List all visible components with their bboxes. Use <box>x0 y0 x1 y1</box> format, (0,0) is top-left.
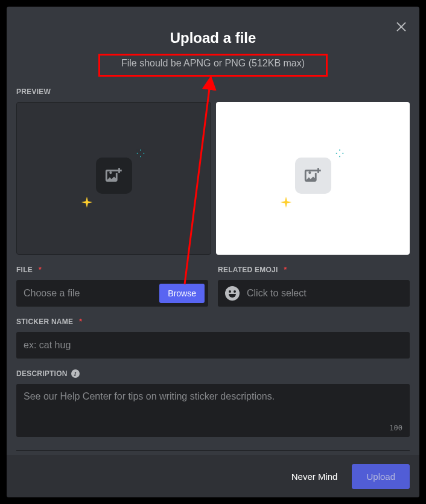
browse-button[interactable]: Browse <box>159 284 205 303</box>
file-input[interactable]: Choose a file Browse <box>16 280 208 307</box>
image-placeholder-icon <box>295 158 331 194</box>
upload-file-modal: Upload a file File should be APNG or PNG… <box>7 7 419 497</box>
svg-point-4 <box>339 149 340 150</box>
description-placeholder: See our Help Center for tips on writing … <box>24 391 402 402</box>
image-placeholder-icon <box>96 158 132 194</box>
preview-label: PREVIEW <box>16 88 410 96</box>
annotation-highlight-box: File should be APNG or PNG (512KB max) <box>98 54 328 77</box>
description-label: DESCRIPTION i <box>16 369 410 378</box>
sparkle-icon <box>80 196 94 211</box>
sparkle-dots-icon <box>136 148 145 161</box>
svg-point-2 <box>136 152 138 153</box>
file-placeholder: Choose a file <box>24 288 159 299</box>
sparkle-icon <box>279 196 293 211</box>
upload-button[interactable]: Upload <box>352 464 410 489</box>
svg-point-0 <box>139 149 141 150</box>
emoji-select[interactable]: Click to select <box>218 280 410 307</box>
close-button[interactable] <box>394 19 409 36</box>
svg-point-1 <box>139 156 141 157</box>
cancel-button[interactable]: Never Mind <box>288 465 342 488</box>
emoji-placeholder: Click to select <box>247 288 307 299</box>
modal-subtitle: File should be APNG or PNG (512KB max) <box>105 58 321 69</box>
preview-dark-theme <box>16 102 211 255</box>
svg-point-3 <box>143 152 144 153</box>
svg-point-6 <box>335 152 337 153</box>
svg-point-7 <box>342 152 343 153</box>
char-counter: 100 <box>389 424 402 432</box>
related-emoji-label: RELATED EMOJI* <box>218 266 410 274</box>
divider <box>16 450 410 451</box>
info-icon: i <box>71 369 80 378</box>
file-label: FILE* <box>16 266 208 274</box>
description-input[interactable]: See our Help Center for tips on writing … <box>16 384 410 437</box>
sticker-name-label: STICKER NAME* <box>16 317 410 326</box>
close-icon <box>394 19 409 33</box>
smile-icon <box>225 286 240 301</box>
preview-light-theme <box>216 102 410 255</box>
sticker-name-input[interactable] <box>16 332 410 359</box>
sparkle-dots-icon <box>335 148 345 161</box>
modal-title: Upload a file <box>7 30 419 46</box>
svg-point-5 <box>339 156 340 157</box>
modal-footer: Never Mind Upload <box>7 455 419 497</box>
